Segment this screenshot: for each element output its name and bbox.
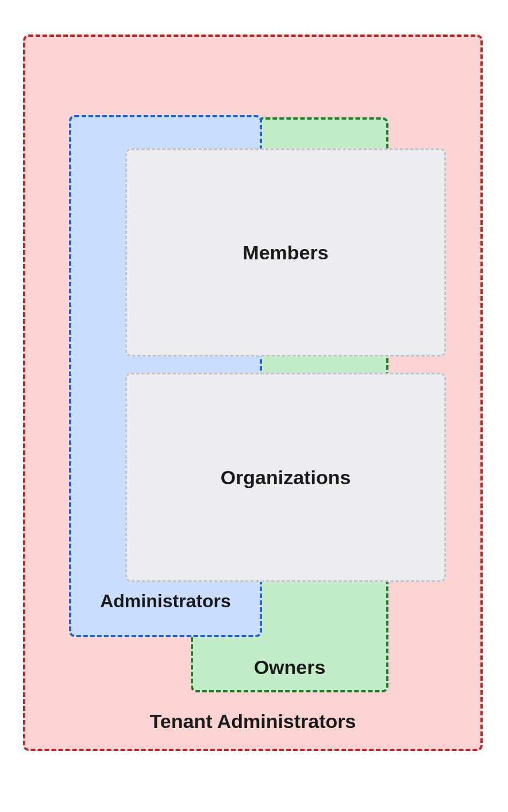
administrators-label: Administrators <box>100 591 231 635</box>
members-label: Members <box>243 242 328 264</box>
diagram-canvas: Tenant Administrators Owners Administrat… <box>0 0 508 812</box>
organizations-box: Organizations <box>125 373 446 582</box>
owners-label: Owners <box>254 656 326 690</box>
tenant-administrators-label: Tenant Administrators <box>150 710 356 749</box>
organizations-label: Organizations <box>221 466 351 489</box>
members-box: Members <box>125 148 446 357</box>
